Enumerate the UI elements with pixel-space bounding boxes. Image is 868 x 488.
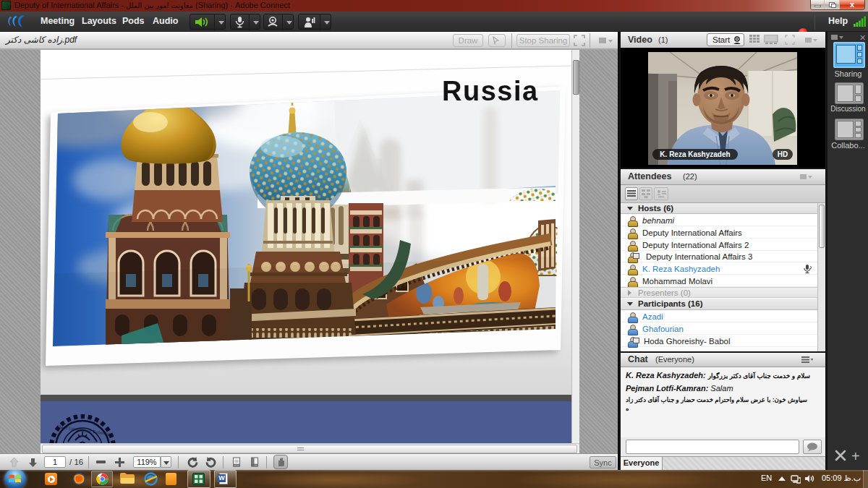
svg-text:Sharif University of Technolog: Sharif University of Technology xyxy=(56,424,113,437)
